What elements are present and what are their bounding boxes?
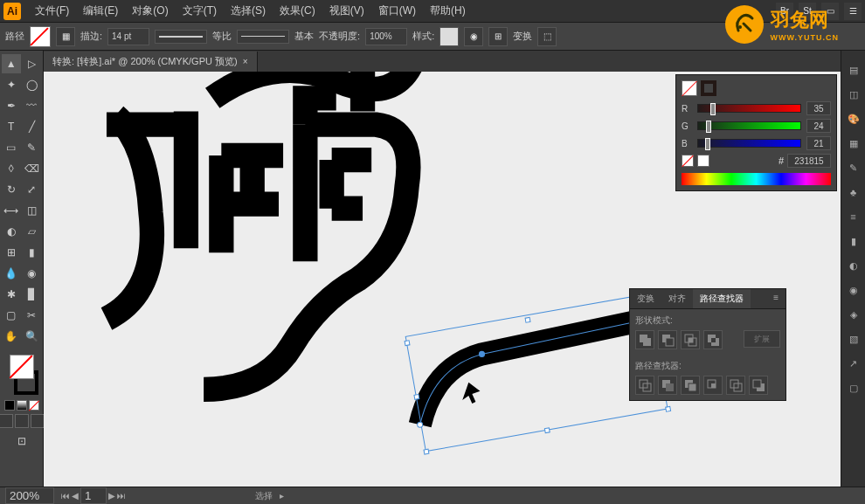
status-dropdown-icon[interactable]: ▸	[280, 491, 284, 501]
cp-stroke-swatch[interactable]	[701, 80, 716, 96]
intersect-icon[interactable]	[681, 330, 700, 349]
width-profile[interactable]	[237, 30, 289, 44]
blend-tool[interactable]: ◉	[23, 264, 42, 283]
g-slider[interactable]	[697, 121, 801, 130]
hand-tool[interactable]: ✋	[2, 327, 21, 346]
artboard-tool[interactable]: ▢	[2, 306, 21, 325]
curvature-tool[interactable]: 〰	[23, 96, 42, 115]
cp-black-icon[interactable]	[697, 155, 709, 167]
menu-edit[interactable]: 编辑(E)	[76, 0, 125, 22]
cp-none-icon[interactable]	[682, 155, 694, 167]
b-value[interactable]	[806, 136, 831, 150]
line-tool[interactable]: ╱	[23, 117, 42, 136]
minus-back-icon[interactable]	[749, 376, 768, 395]
next-artboard-icon[interactable]: ▶	[108, 491, 115, 501]
draw-behind-icon[interactable]	[15, 414, 29, 428]
screen-mode-icon[interactable]: ⊡	[12, 432, 31, 451]
r-value[interactable]	[806, 101, 831, 115]
stroke-style-btn[interactable]: ▦	[56, 27, 75, 46]
libraries-panel-icon[interactable]: ◫	[845, 86, 862, 103]
recolor-icon[interactable]: ◉	[464, 27, 483, 46]
graph-tool[interactable]: ▊	[23, 285, 42, 304]
document-tab[interactable]: 转换: [转换].ai* @ 200% (CMYK/GPU 预览) ×	[44, 52, 258, 72]
zoom-input[interactable]	[5, 487, 54, 504]
color-mode-icon[interactable]	[4, 400, 15, 411]
gradient-panel-icon[interactable]: ▮	[845, 232, 862, 250]
unite-icon[interactable]	[635, 330, 654, 349]
zoom-tool[interactable]: 🔍	[23, 327, 42, 346]
brushes-panel-icon[interactable]: ✎	[845, 159, 862, 176]
lasso-tool[interactable]: ◯	[23, 75, 42, 94]
fill-color-swatch[interactable]	[10, 355, 34, 379]
graphic-styles-panel-icon[interactable]: ◈	[845, 306, 862, 323]
menu-object[interactable]: 对象(O)	[125, 0, 175, 22]
mesh-tool[interactable]: ⊞	[2, 243, 21, 262]
last-artboard-icon[interactable]: ⏭	[117, 491, 126, 501]
gradient-mode-icon[interactable]	[17, 400, 27, 411]
rectangle-tool[interactable]: ▭	[2, 138, 21, 157]
transparency-panel-icon[interactable]: ◐	[845, 257, 862, 274]
asset-export-panel-icon[interactable]: ↗	[845, 355, 862, 372]
workspace-icon[interactable]: ☰	[844, 3, 862, 20]
magic-wand-tool[interactable]: ✦	[2, 75, 21, 94]
opacity-input[interactable]	[365, 28, 407, 45]
menu-view[interactable]: 视图(V)	[322, 0, 371, 22]
menu-effect[interactable]: 效果(C)	[273, 0, 322, 22]
pen-tool[interactable]: ✒	[2, 96, 21, 115]
stroke-panel-icon[interactable]: ≡	[845, 208, 862, 225]
perspective-tool[interactable]: ▱	[23, 222, 42, 241]
free-transform-tool[interactable]: ◫	[23, 201, 42, 220]
color-spectrum[interactable]	[682, 173, 831, 185]
exclude-icon[interactable]	[703, 330, 723, 349]
isolate-icon[interactable]: ⬚	[537, 27, 557, 46]
artboard-number[interactable]	[80, 487, 107, 504]
tab-transform[interactable]: 变换	[630, 289, 661, 308]
swatches-panel-icon[interactable]: ▦	[845, 135, 862, 152]
prev-artboard-icon[interactable]: ◀	[72, 491, 79, 501]
selection-tool[interactable]: ▲	[2, 54, 21, 73]
type-tool[interactable]: T	[2, 117, 21, 136]
rotate-tool[interactable]: ↻	[2, 180, 21, 199]
eyedropper-tool[interactable]: 💧	[2, 264, 21, 283]
tab-close-icon[interactable]: ×	[243, 57, 248, 66]
slice-tool[interactable]: ✂	[23, 306, 42, 325]
shape-builder-tool[interactable]: ◐	[2, 222, 21, 241]
scale-tool[interactable]: ⤢	[23, 180, 42, 199]
panel-menu-icon[interactable]: ≡	[766, 289, 785, 308]
none-mode-icon[interactable]	[29, 400, 39, 411]
hex-input[interactable]	[787, 154, 831, 168]
shaper-tool[interactable]: ◊	[2, 159, 21, 178]
align-icon[interactable]: ⊞	[488, 27, 508, 46]
r-slider[interactable]	[697, 104, 801, 113]
tab-align[interactable]: 对齐	[661, 289, 693, 308]
direct-selection-tool[interactable]: ▷	[23, 54, 42, 73]
first-artboard-icon[interactable]: ⏮	[61, 491, 70, 501]
stroke-weight-input[interactable]	[107, 28, 149, 45]
b-slider[interactable]	[697, 139, 801, 148]
properties-panel-icon[interactable]: ▤	[845, 61, 862, 79]
appearance-panel-icon[interactable]: ◉	[845, 281, 862, 299]
minus-front-icon[interactable]	[658, 330, 677, 349]
gradient-tool[interactable]: ▮	[23, 243, 42, 262]
trim-icon[interactable]	[658, 376, 677, 395]
tab-pathfinder[interactable]: 路径查找器	[693, 289, 751, 308]
cp-fill-swatch[interactable]	[682, 80, 697, 96]
crop-icon[interactable]	[703, 376, 723, 395]
draw-inside-icon[interactable]	[31, 414, 45, 428]
layers-panel-icon[interactable]: ▧	[845, 330, 862, 348]
g-value[interactable]	[806, 119, 831, 133]
stroke-preview[interactable]	[155, 30, 207, 44]
symbols-panel-icon[interactable]: ♣	[845, 183, 862, 201]
width-tool[interactable]: ⟷	[2, 201, 21, 220]
divide-icon[interactable]	[635, 376, 654, 395]
menu-type[interactable]: 文字(T)	[176, 0, 224, 22]
color-panel-icon[interactable]: 🎨	[845, 110, 862, 128]
menu-file[interactable]: 文件(F)	[28, 0, 76, 22]
menu-window[interactable]: 窗口(W)	[371, 0, 423, 22]
outline-icon[interactable]	[726, 376, 745, 395]
paintbrush-tool[interactable]: ✎	[23, 138, 42, 157]
fill-swatch[interactable]	[30, 26, 51, 47]
style-swatch[interactable]	[439, 27, 459, 46]
artboards-panel-icon[interactable]: ▢	[845, 379, 862, 397]
draw-normal-icon[interactable]	[0, 414, 13, 428]
